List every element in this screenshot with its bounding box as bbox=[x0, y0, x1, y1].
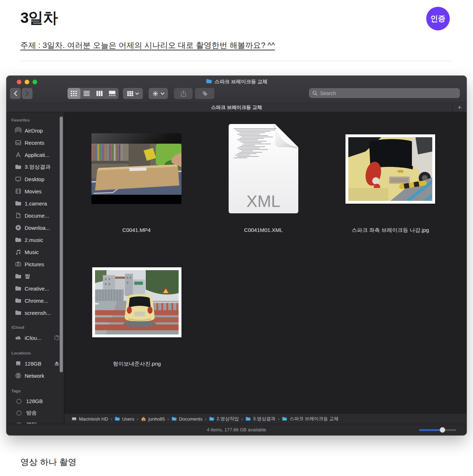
sidebar-item-label: Creative... bbox=[25, 286, 49, 292]
sidebar-scrollbar[interactable] bbox=[60, 116, 63, 372]
path-segment-label: 3.영상결과 bbox=[253, 416, 275, 422]
sidebar-item-screensh[interactable]: screensh... bbox=[6, 307, 64, 319]
tagcircle-icon bbox=[16, 398, 22, 405]
path-separator: › bbox=[168, 416, 169, 422]
movies-icon bbox=[15, 188, 21, 194]
zoom-slider-knob[interactable] bbox=[440, 427, 445, 432]
sidebar-item-label: Downloa... bbox=[25, 225, 50, 231]
sidebar-item-iclou[interactable]: iClou... bbox=[6, 332, 64, 344]
gallery-view-button[interactable] bbox=[106, 88, 119, 99]
sidebar-section-header: iCloud bbox=[6, 323, 64, 332]
minimize-button[interactable] bbox=[25, 80, 29, 84]
sidebar-item-게임[interactable]: 게임 bbox=[6, 419, 64, 424]
path-segment-documents[interactable]: Documents bbox=[171, 416, 203, 422]
sidebar-item-recents[interactable]: Recents bbox=[6, 137, 64, 149]
forward-button[interactable] bbox=[22, 88, 33, 99]
tag-button[interactable] bbox=[195, 88, 214, 99]
sidebar-item-applicati[interactable]: Applicati... bbox=[6, 149, 64, 161]
search-input[interactable] bbox=[309, 88, 460, 98]
list-view-button[interactable] bbox=[80, 88, 93, 99]
path-bar: Macintosh HD›Users›junho85›Documents›2.영… bbox=[65, 413, 467, 424]
sidebar-item-3-영상결과[interactable]: 3.영상결과 bbox=[6, 161, 64, 173]
path-segment-스파크-브레이크등-교체[interactable]: 스파크 브레이크등 교체 bbox=[282, 416, 338, 422]
file-thumbnail-photo-road bbox=[92, 267, 181, 337]
path-segment-macintosh-hd[interactable]: Macintosh HD bbox=[71, 416, 108, 422]
pie-icon bbox=[54, 335, 60, 341]
sidebar-item-docume[interactable]: Docume... bbox=[6, 209, 64, 222]
sidebar-section-header: Locations bbox=[6, 349, 64, 357]
path-segment-3-영상결과[interactable]: 3.영상결과 bbox=[245, 416, 275, 422]
file-thumbnail-photo-garage bbox=[345, 134, 435, 204]
sidebar-item-label: Pictures bbox=[25, 261, 44, 267]
folder-icon bbox=[15, 237, 21, 243]
file-name: C0041.MP4 bbox=[91, 227, 181, 233]
sidebar-item-label: iClou... bbox=[25, 335, 41, 341]
file-item-c0041-mp4[interactable]: C0041.MP4 bbox=[91, 133, 181, 233]
sidebar-item-downloa[interactable]: Downloa... bbox=[6, 222, 64, 234]
sidebar-item-creative[interactable]: Creative... bbox=[6, 282, 64, 294]
sidebar-section-header: Tags bbox=[6, 387, 64, 395]
file-item-c0041m01-xml[interactable]: XMLC0041M01.XML bbox=[229, 124, 298, 233]
folder-icon bbox=[15, 273, 21, 279]
actions-button[interactable] bbox=[149, 88, 168, 99]
new-tab-button[interactable]: + bbox=[452, 103, 467, 112]
path-separator: › bbox=[111, 416, 112, 422]
sidebar-item-pictures[interactable]: Pictures bbox=[6, 258, 64, 270]
file-thumbnail-video bbox=[91, 133, 181, 204]
column-view-button[interactable] bbox=[93, 88, 106, 99]
file-item-형이보내준사진-png[interactable]: 형이보내준사진.png bbox=[92, 267, 181, 367]
applications-icon bbox=[15, 152, 21, 158]
sidebar-item-128gb[interactable]: 128GB bbox=[6, 395, 64, 407]
certification-badge: 인증 bbox=[426, 7, 450, 30]
sidebar-item-desktop[interactable]: Desktop bbox=[6, 173, 64, 185]
sidebar-item-label: 짤 bbox=[25, 273, 30, 280]
zoom-slider[interactable] bbox=[419, 427, 456, 432]
sidebar-item-chrome[interactable]: Chrome... bbox=[6, 294, 64, 307]
icloud-icon bbox=[15, 334, 21, 341]
sidebar-item-movies[interactable]: Movies bbox=[6, 185, 64, 197]
globe-icon bbox=[15, 372, 21, 379]
svg-text:XML: XML bbox=[247, 192, 280, 210]
share-button[interactable] bbox=[174, 88, 193, 99]
sidebar-item-2-music[interactable]: 2.music bbox=[6, 234, 64, 246]
path-segment-label: junho85 bbox=[148, 416, 165, 422]
eject-icon[interactable] bbox=[54, 361, 60, 366]
titlebar-toolbar: 스파크 브레이크등 교체 bbox=[6, 76, 467, 103]
sidebar-item-128gb[interactable]: 128GB bbox=[6, 357, 64, 370]
sidebar-item-짤[interactable]: 짤 bbox=[6, 270, 64, 282]
footer-note: 영상 하나 촬영 bbox=[20, 456, 76, 468]
pdisk-icon bbox=[71, 416, 77, 421]
folder-icon bbox=[15, 297, 21, 304]
path-segment-label: Documents bbox=[179, 416, 203, 422]
tab-title: 스파크 브레이크등 교체 bbox=[211, 104, 262, 111]
sidebar-item-airdrop[interactable]: AirDrop bbox=[6, 124, 64, 137]
folder-icon bbox=[206, 79, 212, 85]
sidebar-item-network[interactable]: Network bbox=[6, 370, 64, 382]
sidebar-item-label: Docume... bbox=[25, 213, 49, 219]
close-button[interactable] bbox=[17, 80, 21, 84]
page-title: 3일차 bbox=[20, 8, 58, 28]
subject-link[interactable]: 주제 : 3일차. 여러분 오늘은 어제의 시나리오 대로 촬영한번 해볼까요?… bbox=[20, 40, 275, 51]
folder-icon bbox=[15, 285, 21, 292]
back-button[interactable] bbox=[10, 88, 21, 99]
group-by-button[interactable] bbox=[123, 88, 143, 99]
path-segment-label: 2.영상작업 bbox=[216, 416, 239, 422]
pfolder-icon bbox=[282, 416, 287, 421]
pfolder-icon bbox=[115, 416, 120, 421]
path-segment-users[interactable]: Users bbox=[115, 416, 134, 422]
pfolder-icon bbox=[209, 416, 214, 421]
sidebar-item-방송[interactable]: 방송 bbox=[6, 407, 64, 419]
file-item-스파크-좌측-브레이크등-나감-jpg[interactable]: 스파크 좌측 브레이크등 나감.jpg bbox=[345, 134, 435, 234]
pfolder-icon bbox=[171, 416, 177, 421]
path-segment-junho85[interactable]: junho85 bbox=[141, 416, 165, 422]
sidebar-item-1-camera[interactable]: 1.camera bbox=[6, 197, 64, 209]
zoom-button[interactable] bbox=[33, 80, 37, 84]
tagcircle-icon bbox=[16, 410, 22, 416]
sidebar-item-music[interactable]: Music bbox=[6, 246, 64, 258]
path-segment-2-영상작업[interactable]: 2.영상작업 bbox=[209, 416, 239, 422]
icon-view-button[interactable] bbox=[68, 88, 80, 99]
sidebar-item-label: 2.music bbox=[25, 237, 43, 243]
tab-current[interactable]: 스파크 브레이크등 교체 + bbox=[6, 103, 467, 112]
file-name: 형이보내준사진.png bbox=[92, 361, 181, 367]
sidebar-section-tags: Tags128GB방송게임 bbox=[6, 387, 64, 424]
